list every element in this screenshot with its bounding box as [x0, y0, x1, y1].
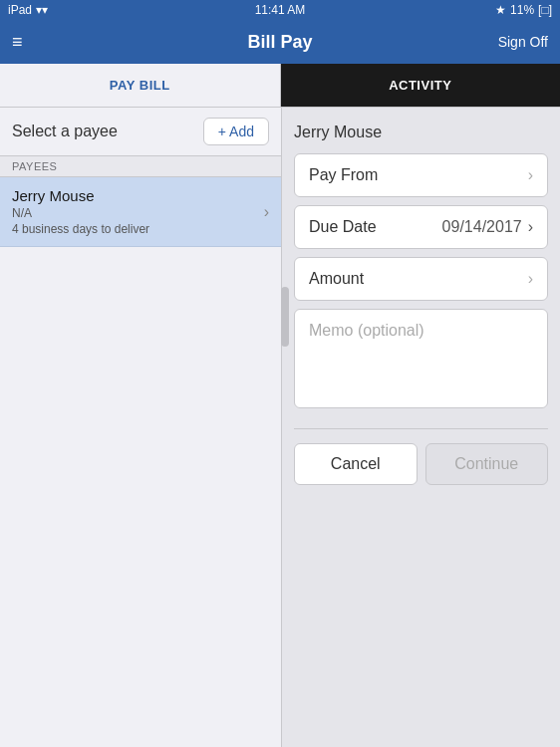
- right-panel: Jerry Mouse Pay From › Due Date 09/14/20…: [282, 108, 560, 747]
- payee-header: Select a payee + Add: [0, 108, 281, 155]
- left-panel: Select a payee + Add PAYEES Jerry Mouse …: [0, 108, 282, 747]
- payee-list-item[interactable]: Jerry Mouse N/A 4 business days to deliv…: [0, 177, 281, 247]
- menu-icon[interactable]: ≡: [12, 32, 23, 53]
- device-label: iPad: [8, 3, 32, 17]
- due-date-row[interactable]: Due Date 09/14/2017 ›: [294, 205, 548, 249]
- add-payee-button[interactable]: + Add: [203, 118, 269, 145]
- selected-payee-name: Jerry Mouse: [294, 124, 548, 141]
- amount-row[interactable]: Amount ›: [294, 257, 548, 301]
- pay-from-label: Pay From: [309, 166, 378, 184]
- due-date-label: Due Date: [309, 218, 377, 236]
- select-payee-label: Select a payee: [12, 123, 118, 140]
- payee-info: Jerry Mouse N/A 4 business days to deliv…: [12, 187, 149, 236]
- due-date-chevron-icon: ›: [528, 218, 533, 236]
- nav-title: Bill Pay: [247, 32, 312, 53]
- bluetooth-icon: ★: [495, 3, 506, 17]
- memo-box[interactable]: Memo (optional): [294, 309, 548, 408]
- continue-button[interactable]: Continue: [425, 443, 549, 485]
- due-date-value: 09/14/2017 ›: [442, 218, 533, 236]
- status-left: iPad ▾▾: [8, 3, 48, 17]
- tab-activity[interactable]: ACTIVITY: [281, 64, 561, 107]
- signoff-button[interactable]: Sign Off: [498, 34, 548, 50]
- payee-sub2: 4 business days to deliver: [12, 222, 149, 236]
- wifi-icon: ▾▾: [36, 3, 48, 17]
- action-buttons: Cancel Continue: [294, 443, 548, 485]
- pay-from-row[interactable]: Pay From ›: [294, 153, 548, 197]
- memo-placeholder: Memo (optional): [309, 322, 424, 339]
- payee-name: Jerry Mouse: [12, 187, 149, 204]
- payee-chevron-icon: ›: [264, 203, 269, 221]
- battery-percent: 11%: [510, 3, 534, 17]
- status-bar: iPad ▾▾ 11:41 AM ★ 11% [□]: [0, 0, 560, 20]
- pay-from-chevron-icon: ›: [528, 166, 533, 184]
- amount-label: Amount: [309, 270, 364, 288]
- amount-chevron-icon: ›: [528, 270, 533, 288]
- tab-paybill[interactable]: PAY BILL: [0, 64, 281, 107]
- divider: [294, 428, 548, 429]
- cancel-button[interactable]: Cancel: [294, 443, 418, 485]
- main-layout: Select a payee + Add PAYEES Jerry Mouse …: [0, 108, 560, 747]
- status-time: 11:41 AM: [255, 3, 306, 17]
- battery-icon: [□]: [538, 3, 552, 17]
- payees-section-header: PAYEES: [0, 155, 281, 177]
- payee-sub1: N/A: [12, 206, 149, 220]
- panel-divider-handle: [281, 287, 289, 347]
- status-right: ★ 11% [□]: [495, 3, 552, 17]
- nav-bar: ≡ Bill Pay Sign Off: [0, 20, 560, 64]
- tab-bar: PAY BILL ACTIVITY: [0, 64, 560, 108]
